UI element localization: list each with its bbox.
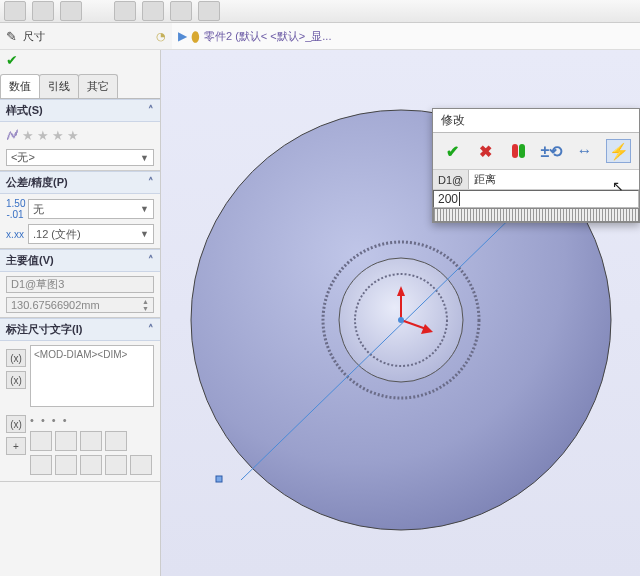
value-input[interactable]: 200 [433, 190, 639, 208]
section-primary[interactable]: 主要值(V)˄ [0, 249, 160, 272]
justify-icon[interactable] [30, 431, 52, 451]
dimension-icon: ✎ [6, 29, 17, 44]
tolerance-icon: 1.50-.01 [6, 198, 24, 220]
toolbar-icon[interactable] [114, 1, 136, 21]
graphics-viewport[interactable]: 修改 ✔ ✖ ±⟲ ↔ ⚡ D1@ 距离 200 ↖ [161, 50, 640, 576]
style-select[interactable]: <无>▼ [6, 149, 154, 166]
dimension-text-box[interactable]: <MOD-DIAM><DIM> [30, 345, 154, 407]
justify-icon[interactable] [105, 431, 127, 451]
traffic-icon[interactable] [507, 140, 530, 162]
toolbar-icon[interactable] [170, 1, 192, 21]
toolbar-icon[interactable] [60, 1, 82, 21]
rebuild-icon[interactable]: ±⟲ [540, 140, 563, 162]
symbol-icon[interactable] [30, 455, 52, 475]
tab-value[interactable]: 数值 [0, 74, 40, 98]
dim-value-input[interactable]: 130.67566902mm ▲▼ [6, 297, 154, 313]
justify-icon[interactable] [80, 431, 102, 451]
chevron-down-icon: ▼ [140, 204, 149, 214]
toolbar-icon[interactable] [4, 1, 26, 21]
pm-tabs: 数值 引线 其它 [0, 74, 160, 99]
chevron-up-icon: ˄ [148, 104, 154, 117]
breadcrumb[interactable]: 零件2 (默认< <默认>_显... [204, 29, 331, 44]
chevron-up-icon: ˄ [148, 323, 154, 336]
toolbar-icon[interactable] [198, 1, 220, 21]
tab-other[interactable]: 其它 [78, 74, 118, 98]
section-tolerance[interactable]: 公差/精度(P)˄ [0, 171, 160, 194]
chevron-down-icon: ▼ [140, 229, 149, 239]
dim-name-input[interactable]: D1@草图3 [6, 276, 154, 293]
chevron-down-icon: ▼ [140, 153, 149, 163]
favorite-row: 🗲 ★ ★ ★ ★ [6, 126, 154, 145]
ok-button[interactable]: ✔ [441, 140, 464, 162]
property-manager: ✔ 数值 引线 其它 样式(S)˄ 🗲 ★ ★ ★ ★ <无>▼ [0, 50, 161, 576]
wand-icon[interactable]: ⚡ [606, 139, 631, 163]
flip-icon[interactable]: ↔ [573, 140, 596, 162]
pm-title: 尺寸 [23, 29, 45, 44]
dim-label: D1@ [433, 170, 469, 189]
help-icon[interactable]: ◔ [156, 30, 166, 43]
text-option-icon[interactable]: (x) [6, 415, 26, 433]
toolbar-icon[interactable] [32, 1, 54, 21]
precision-select[interactable]: .12 (文件)▼ [28, 224, 154, 244]
text-option-icon[interactable]: (x) [6, 371, 26, 389]
symbol-icon[interactable] [105, 455, 127, 475]
spin-up-icon[interactable]: ▲ [142, 298, 149, 305]
tab-leader[interactable]: 引线 [39, 74, 79, 98]
symbol-icon[interactable] [55, 455, 77, 475]
justify-icon[interactable] [55, 431, 77, 451]
star-icon[interactable]: ★ [52, 128, 64, 143]
symbol-icon[interactable] [130, 455, 152, 475]
confirm-icon[interactable]: ✔ [0, 50, 160, 74]
thumbwheel[interactable] [433, 208, 639, 222]
svg-point-9 [398, 317, 404, 323]
chevron-up-icon: ˄ [148, 254, 154, 267]
text-option-icon[interactable]: + [6, 437, 26, 455]
app-toolbar [0, 0, 640, 23]
chevron-up-icon: ˄ [148, 176, 154, 189]
star-icon[interactable]: ★ [67, 128, 79, 143]
dim-field[interactable]: 距离 [469, 170, 639, 189]
star-icon[interactable]: ★ [37, 128, 49, 143]
toolbar-icon[interactable] [142, 1, 164, 21]
cancel-button[interactable]: ✖ [474, 140, 497, 162]
text-option-icon[interactable]: (x) [6, 349, 26, 367]
section-dimtext[interactable]: 标注尺寸文字(I)˄ [0, 318, 160, 341]
svg-rect-10 [216, 476, 222, 482]
star-icon[interactable]: ★ [22, 128, 34, 143]
breadcrumb-arrow-icon[interactable]: ▶ [178, 29, 187, 43]
favorite-icon[interactable]: 🗲 [6, 128, 19, 143]
justify-row [30, 429, 154, 453]
part-icon: ⬮ [191, 28, 200, 45]
precision-icon: x.xx [6, 229, 24, 240]
more-dots: • • • • [30, 411, 154, 429]
spin-down-icon[interactable]: ▼ [142, 305, 149, 312]
modify-dialog: 修改 ✔ ✖ ±⟲ ↔ ⚡ D1@ 距离 200 [432, 108, 640, 223]
dialog-title: 修改 [433, 109, 639, 133]
symbol-icon[interactable] [80, 455, 102, 475]
section-style[interactable]: 样式(S)˄ [0, 99, 160, 122]
tolerance-select[interactable]: 无▼ [28, 199, 154, 219]
symbol-row [30, 453, 154, 477]
